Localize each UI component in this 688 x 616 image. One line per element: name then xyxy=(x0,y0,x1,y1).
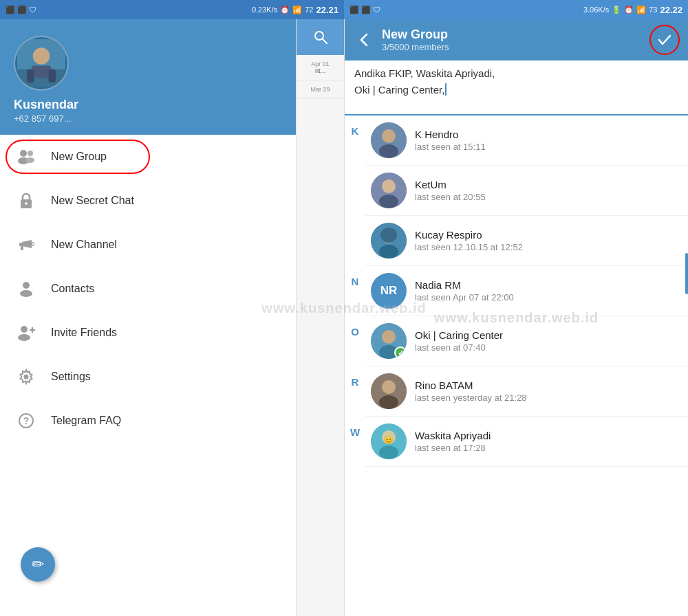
svg-point-18 xyxy=(21,326,28,333)
clock-icon-right: ⏰ xyxy=(624,6,634,14)
svg-point-2 xyxy=(33,47,50,65)
contact-status-nadia: last seen Apr 07 at 22:00 xyxy=(415,292,678,302)
right-panel: New Group 3/5000 members Andika FKIP, Wa… xyxy=(344,19,688,616)
megaphone-icon-svg xyxy=(18,237,34,252)
confirm-button[interactable] xyxy=(649,25,680,55)
svg-rect-14 xyxy=(21,246,23,250)
contact-group-k-items: K Hendro last seen at 15:11 xyxy=(365,116,688,266)
gear-icon-svg xyxy=(18,368,34,385)
svg-rect-5 xyxy=(49,69,56,82)
new-group-label: New Group xyxy=(51,151,107,163)
contact-name-rino: Rino BATAM xyxy=(415,380,678,391)
clock-icon-left: ⏰ xyxy=(280,6,290,14)
person-icon xyxy=(14,276,39,301)
contact-group-o: O ✓ Ok xyxy=(345,316,688,366)
contact-group-k: K K Hendro last seen xyxy=(345,116,688,266)
lock-icon xyxy=(14,188,39,213)
profile-name: Kusnendar xyxy=(14,98,78,112)
chat-list-strip: Apr 01 nt... Mar 29 ✏ xyxy=(296,19,344,616)
question-icon-svg: ? xyxy=(18,412,34,429)
person-plus-icon-svg xyxy=(17,324,35,341)
menu-item-new-group[interactable]: New Group xyxy=(0,135,296,179)
chat-date-2: Mar 29 xyxy=(299,86,341,93)
menu-item-new-channel[interactable]: New Channel xyxy=(0,223,296,267)
contact-info-rino: Rino BATAM last seen yesterday at 21:28 xyxy=(415,380,678,403)
avatar-img-waskita: 😊 xyxy=(371,424,407,459)
contact-name-nadia: Nadia RM xyxy=(415,279,678,291)
profile-header: Kusnendar +62 857 697... xyxy=(0,19,296,135)
contact-status-rino: last seen yesterday at 21:28 xyxy=(415,393,678,403)
settings-label: Settings xyxy=(51,371,91,383)
menu-item-settings[interactable]: Settings xyxy=(0,355,296,399)
megaphone-icon xyxy=(14,232,39,257)
signal-left: 📶 xyxy=(292,6,302,14)
contact-info-kucay: Kucay Respiro last seen 12.10.15 at 12:5… xyxy=(415,229,678,252)
menu-list: New Group New Secret xyxy=(0,135,296,616)
svg-text:😊: 😊 xyxy=(384,435,394,445)
search-icon[interactable] xyxy=(313,30,328,45)
back-button[interactable] xyxy=(353,29,375,51)
battery-left: 72 xyxy=(305,6,313,14)
main-content: Kusnendar +62 857 697... xyxy=(0,19,688,616)
new-channel-label: New Channel xyxy=(51,239,117,251)
header-title: New Group xyxy=(382,28,643,43)
contact-group-r: R Rino BATAM last see xyxy=(345,366,688,417)
member-input-area[interactable]: Andika FKIP, Waskita Apriyadi, Oki | Car… xyxy=(345,60,688,116)
contact-info-waskita: Waskita Apriyadi last seen at 17:28 xyxy=(415,430,678,453)
menu-item-new-secret-chat[interactable]: New Secret Chat xyxy=(0,179,296,223)
chat-strip-item-2[interactable]: Mar 29 xyxy=(297,80,344,99)
avatar-img-rino xyxy=(371,373,407,409)
chat-strip-search xyxy=(297,19,344,55)
contact-item-nadia[interactable]: NR Nadia RM last seen Apr 07 at 22:00 xyxy=(365,266,688,316)
bb-icon-1: ⬛ xyxy=(6,6,15,14)
contact-item-ketum[interactable]: KetUm last seen at 20:55 xyxy=(365,166,688,216)
selected-members-line2: Oki | Caring Center, xyxy=(354,83,678,96)
menu-item-invite-friends[interactable]: Invite Friends xyxy=(0,311,296,355)
battery-save-icon: 🔋 xyxy=(612,6,621,14)
menu-item-telegram-faq[interactable]: ? Telegram FAQ xyxy=(0,399,296,443)
contact-item-rino[interactable]: Rino BATAM last seen yesterday at 21:28 xyxy=(365,366,688,417)
contact-info-oki: Oki | Caring Center last seen at 07:40 xyxy=(415,329,678,353)
time-left: 22.21 xyxy=(316,5,338,15)
svg-point-45 xyxy=(379,446,398,459)
contact-group-w-items: 😊 Waskita Apriyadi last seen at 17:28 xyxy=(365,417,688,467)
right-status-icons: ⬛ ⬛ 🛡 xyxy=(350,6,380,14)
contact-name-ketum: KetUm xyxy=(415,179,678,190)
menu-item-contacts[interactable]: Contacts xyxy=(0,267,296,311)
scroll-indicator[interactable] xyxy=(685,253,688,294)
svg-point-36 xyxy=(380,228,397,243)
svg-point-32 xyxy=(379,195,398,208)
status-bar-left: ⬛ ⬛ 🛡 0.23K/s ⏰ 📶 72 22.21 xyxy=(0,0,344,19)
contact-item-k-hendro[interactable]: K Hendro last seen at 15:11 xyxy=(365,116,688,166)
bb-icon-2: ⬛ xyxy=(17,6,27,14)
svg-point-42 xyxy=(379,395,398,409)
left-wrapper: Kusnendar +62 857 697... xyxy=(0,19,344,616)
svg-point-19 xyxy=(18,334,30,341)
status-bar-right: ⬛ ⬛ 🛡 3.06K/s 🔋 ⏰ 📶 73 22.22 xyxy=(344,0,688,19)
svg-point-28 xyxy=(382,129,396,143)
contacts-label: Contacts xyxy=(51,283,94,295)
battery-right: 73 xyxy=(649,6,657,14)
person-icon-svg xyxy=(19,280,34,297)
person-plus-icon xyxy=(14,320,39,345)
section-label-w: W xyxy=(345,417,365,467)
svg-rect-4 xyxy=(27,69,34,82)
avatar-kucay xyxy=(371,223,407,258)
right-panel-header: New Group 3/5000 members xyxy=(345,19,688,60)
contact-item-kucay[interactable]: Kucay Respiro last seen 12.10.15 at 12:5… xyxy=(365,216,688,266)
avatar-rino xyxy=(371,373,407,409)
avatar-img-kucay xyxy=(371,223,407,258)
svg-point-15 xyxy=(32,243,34,245)
contact-name-oki: Oki | Caring Center xyxy=(415,329,678,341)
contact-item-waskita[interactable]: 😊 Waskita Apriyadi last seen at 17:28 xyxy=(365,417,688,467)
svg-point-29 xyxy=(379,144,398,158)
profile-phone: +62 857 697... xyxy=(14,113,72,124)
svg-marker-12 xyxy=(22,240,32,248)
avatar-oki: ✓ xyxy=(371,323,407,359)
contact-group-r-items: Rino BATAM last seen yesterday at 21:28 xyxy=(365,366,688,417)
chat-strip-item-1[interactable]: Apr 01 nt... xyxy=(297,55,344,80)
left-status-icons: ⬛ ⬛ 🛡 xyxy=(6,6,36,14)
svg-line-26 xyxy=(323,39,327,43)
menu-panel: Kusnendar +62 857 697... xyxy=(0,19,296,616)
contact-item-oki[interactable]: ✓ Oki | Caring Center last seen at 07:40 xyxy=(365,316,688,366)
